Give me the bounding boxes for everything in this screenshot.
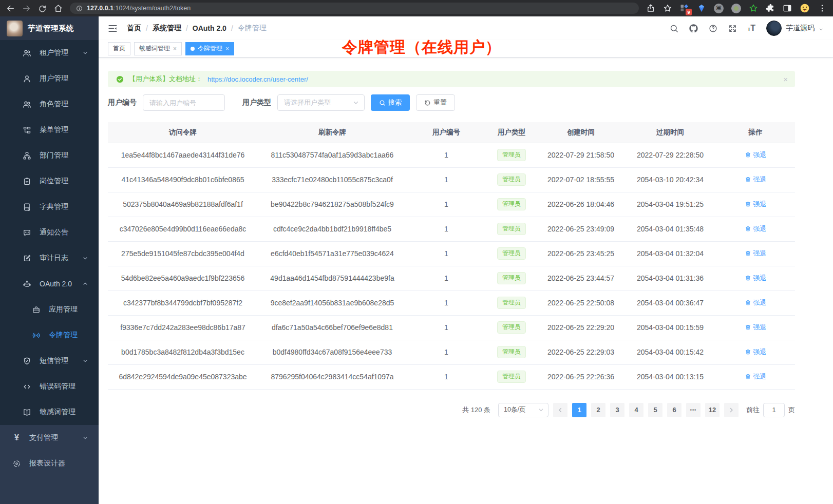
back-icon[interactable]: [6, 4, 15, 13]
puzzle-icon[interactable]: [766, 4, 775, 13]
forward-icon[interactable]: [22, 4, 31, 13]
force-logout-button[interactable]: 强退: [745, 200, 767, 209]
sidebar-item-6[interactable]: 字典管理: [0, 194, 99, 220]
sidebar-item-5[interactable]: 岗位管理: [0, 168, 99, 194]
sidebar-item-4[interactable]: 部门管理: [0, 143, 99, 168]
breadcrumb-item-2[interactable]: OAuth 2.0: [193, 24, 226, 32]
home-icon[interactable]: [54, 4, 63, 13]
chevron-down-icon: [538, 407, 544, 413]
sidebar-item-8[interactable]: 审计日志: [0, 245, 99, 271]
table-cell: 2054-03-04 19:51:25: [624, 192, 716, 217]
force-logout-button[interactable]: 强退: [745, 372, 767, 381]
command-extension-icon[interactable]: ⌘: [714, 4, 724, 13]
reload-icon[interactable]: [38, 4, 47, 13]
extensions-grid-icon[interactable]: 9: [680, 4, 689, 13]
table-row-9: 6d842e2924594de9a09e45e087323abe8796295f…: [108, 364, 795, 389]
force-logout-button[interactable]: 强退: [745, 347, 767, 357]
tab-0[interactable]: 首页: [108, 42, 130, 55]
hamburger-icon[interactable]: [108, 24, 118, 33]
page-button-12[interactable]: 12: [705, 403, 720, 417]
gem-icon[interactable]: [697, 4, 706, 13]
user-type-select[interactable]: 请选择用户类型: [277, 94, 365, 111]
active-dot: [191, 47, 195, 51]
column-header: 用户编号: [407, 122, 486, 143]
page-button-2[interactable]: 2: [591, 403, 605, 417]
page-button-1[interactable]: 1: [572, 403, 586, 417]
user-id-input[interactable]: [143, 94, 225, 111]
sidebar-item-11[interactable]: 令牌管理: [0, 322, 99, 348]
page-button-5[interactable]: 5: [648, 403, 662, 417]
force-logout-button[interactable]: 强退: [745, 274, 767, 283]
table-cell: 2022-07-29 21:58:50: [537, 143, 624, 167]
tab-1[interactable]: 敏感词管理×: [134, 42, 182, 55]
tab-close-icon[interactable]: ×: [173, 46, 177, 52]
force-logout-button[interactable]: 强退: [745, 224, 767, 234]
bookmark-star-icon[interactable]: [663, 4, 672, 13]
font-size-icon[interactable]: тT: [748, 24, 755, 32]
force-logout-button[interactable]: 强退: [745, 175, 767, 184]
browser-menu-dots-icon[interactable]: [818, 4, 827, 13]
sidebar-item-0[interactable]: 租户管理: [0, 40, 99, 66]
emoji-avatar-icon[interactable]: [800, 3, 810, 13]
goto-page-input[interactable]: [763, 403, 785, 417]
page-buttons: 123456•••12: [572, 403, 720, 417]
table-cell: 1: [407, 192, 486, 217]
sidebar-item-10[interactable]: 应用管理: [0, 297, 99, 322]
page-button-4[interactable]: 4: [629, 403, 643, 417]
force-logout-button[interactable]: 强退: [745, 298, 767, 307]
record-extension-icon[interactable]: [731, 4, 741, 13]
tab-close-icon[interactable]: ×: [225, 46, 229, 52]
table-cell: b0df4980ffd34c67a08f9156e4eee733: [258, 340, 407, 364]
sidebar-item-12[interactable]: 短信管理: [0, 348, 99, 374]
force-logout-button[interactable]: 强退: [745, 150, 767, 160]
sidebar-item-1[interactable]: 用户管理: [0, 66, 99, 91]
site-info-icon[interactable]: [76, 5, 83, 12]
fullscreen-icon[interactable]: [728, 24, 737, 33]
search-icon[interactable]: [670, 24, 678, 33]
table-cell: 1ea5e44f8bc1467aaede43144f31de76: [108, 143, 258, 167]
sidebar-item-2[interactable]: 角色管理: [0, 91, 99, 117]
user-menu[interactable]: 芋道源码: [766, 21, 824, 36]
prev-page-button[interactable]: [553, 403, 567, 417]
breadcrumb-item-1[interactable]: 系统管理: [153, 24, 181, 33]
alert-close-icon[interactable]: ×: [783, 75, 788, 83]
sidebar-item-14[interactable]: 敏感词管理: [0, 399, 99, 425]
table-cell: 41c41346a548490f9dc8b01c6bfe0865: [108, 167, 258, 192]
table-cell: 2054-03-04 00:15:42: [624, 340, 716, 364]
trash-icon: [745, 225, 751, 232]
force-logout-button[interactable]: 强退: [745, 249, 767, 258]
user-type-badge: 管理员: [497, 371, 526, 383]
page-size-select[interactable]: 10条/页: [498, 403, 548, 417]
share-icon[interactable]: [646, 4, 655, 13]
sidebar-item-16[interactable]: 报表设计器: [0, 451, 99, 476]
sidebar-item-13[interactable]: 错误码管理: [0, 374, 99, 399]
page-button-6[interactable]: 6: [667, 403, 681, 417]
github-icon[interactable]: [689, 24, 698, 33]
help-icon[interactable]: [709, 24, 717, 33]
notice-icon: [23, 228, 31, 237]
sidebar-item-9[interactable]: OAuth 2.0: [0, 271, 99, 297]
sidebar-item-15[interactable]: ¥支付管理: [0, 425, 99, 451]
reset-refresh-icon: [424, 100, 431, 106]
side-panel-icon[interactable]: [783, 4, 792, 13]
app-logo-bar[interactable]: 芋道管理系统: [0, 16, 99, 40]
sidebar-item-7[interactable]: 通知公告: [0, 220, 99, 245]
address-bar[interactable]: 127.0.0.1:1024/system/oauth2/token: [70, 3, 639, 14]
page-button-3[interactable]: 3: [610, 403, 624, 417]
reset-button[interactable]: 重置: [416, 94, 455, 111]
breadcrumb-item-0[interactable]: 首页: [127, 24, 141, 33]
table-cell: c342377bf8b344799dcbf7bf095287f2: [108, 290, 258, 315]
table-cell: 强退: [716, 217, 795, 241]
table-cell: 2054-03-04 00:36:47: [624, 290, 716, 315]
force-logout-button[interactable]: 强退: [745, 323, 767, 332]
sidebar-item-3[interactable]: 菜单管理: [0, 117, 99, 143]
next-page-button[interactable]: [724, 403, 739, 417]
green-star-icon[interactable]: [749, 4, 758, 13]
tab-2[interactable]: 令牌管理×: [185, 42, 234, 55]
page-ellipsis[interactable]: •••: [686, 403, 701, 417]
table-cell: 2022-06-25 22:29:03: [537, 340, 624, 364]
column-header: 访问令牌: [108, 122, 258, 143]
search-button[interactable]: 搜索: [371, 94, 410, 111]
alert-doc-link[interactable]: https://doc.iocoder.cn/user-center/: [207, 75, 308, 83]
table-cell: f9336e7c7dd242a283ee98dc86b17a87: [108, 315, 258, 340]
